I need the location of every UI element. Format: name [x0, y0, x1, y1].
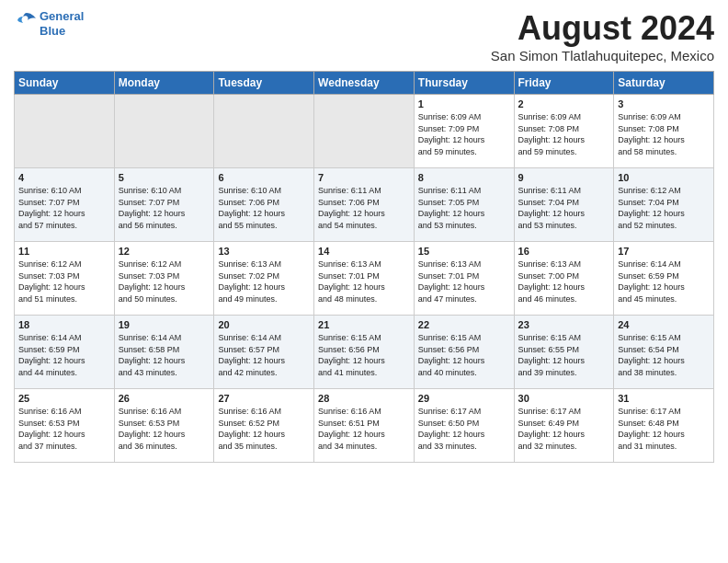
calendar-cell: 19Sunrise: 6:14 AM Sunset: 6:58 PM Dayli…	[114, 316, 214, 389]
calendar-table: SundayMondayTuesdayWednesdayThursdayFrid…	[14, 71, 714, 463]
calendar-cell: 31Sunrise: 6:17 AM Sunset: 6:48 PM Dayli…	[614, 389, 714, 463]
day-number: 11	[18, 246, 110, 257]
calendar-cell: 10Sunrise: 6:12 AM Sunset: 7:04 PM Dayli…	[614, 168, 714, 242]
day-number: 29	[418, 393, 510, 404]
header-day-wednesday: Wednesday	[314, 72, 415, 95]
day-number: 23	[518, 319, 610, 330]
calendar-cell: 21Sunrise: 6:15 AM Sunset: 6:56 PM Dayli…	[314, 316, 415, 389]
calendar-cell: 2Sunrise: 6:09 AM Sunset: 7:08 PM Daylig…	[514, 95, 614, 168]
day-info: Sunrise: 6:09 AM Sunset: 7:08 PM Dayligh…	[618, 111, 710, 157]
header-day-monday: Monday	[114, 72, 214, 95]
day-info: Sunrise: 6:11 AM Sunset: 7:06 PM Dayligh…	[318, 185, 410, 231]
day-info: Sunrise: 6:13 AM Sunset: 7:02 PM Dayligh…	[218, 259, 310, 304]
day-info: Sunrise: 6:17 AM Sunset: 6:50 PM Dayligh…	[418, 406, 510, 452]
day-number: 31	[618, 393, 710, 404]
day-number: 7	[318, 172, 410, 183]
calendar-cell	[15, 95, 115, 168]
calendar-cell: 14Sunrise: 6:13 AM Sunset: 7:01 PM Dayli…	[314, 242, 415, 316]
calendar-cell: 27Sunrise: 6:16 AM Sunset: 6:52 PM Dayli…	[214, 389, 314, 463]
day-number: 26	[119, 393, 210, 404]
day-number: 16	[518, 246, 610, 257]
header-row: SundayMondayTuesdayWednesdayThursdayFrid…	[15, 72, 714, 95]
header-day-tuesday: Tuesday	[214, 72, 314, 95]
day-info: Sunrise: 6:10 AM Sunset: 7:06 PM Dayligh…	[218, 185, 310, 231]
day-number: 20	[218, 319, 310, 330]
calendar-cell: 3Sunrise: 6:09 AM Sunset: 7:08 PM Daylig…	[614, 95, 714, 168]
calendar-cell: 9Sunrise: 6:11 AM Sunset: 7:04 PM Daylig…	[514, 168, 614, 242]
logo-bird-icon	[14, 9, 40, 35]
calendar-header: SundayMondayTuesdayWednesdayThursdayFrid…	[15, 72, 714, 95]
day-info: Sunrise: 6:16 AM Sunset: 6:53 PM Dayligh…	[18, 406, 110, 452]
calendar-cell: 25Sunrise: 6:16 AM Sunset: 6:53 PM Dayli…	[15, 389, 115, 463]
day-info: Sunrise: 6:13 AM Sunset: 7:01 PM Dayligh…	[418, 259, 510, 304]
day-info: Sunrise: 6:15 AM Sunset: 6:54 PM Dayligh…	[618, 332, 710, 378]
week-row: 4Sunrise: 6:10 AM Sunset: 7:07 PM Daylig…	[15, 168, 714, 242]
day-number: 6	[218, 172, 310, 183]
day-info: Sunrise: 6:12 AM Sunset: 7:03 PM Dayligh…	[18, 259, 110, 304]
calendar-cell: 4Sunrise: 6:10 AM Sunset: 7:07 PM Daylig…	[15, 168, 115, 242]
day-number: 22	[418, 319, 510, 330]
calendar-cell: 16Sunrise: 6:13 AM Sunset: 7:00 PM Dayli…	[514, 242, 614, 316]
calendar-cell: 28Sunrise: 6:16 AM Sunset: 6:51 PM Dayli…	[314, 389, 415, 463]
day-info: Sunrise: 6:12 AM Sunset: 7:04 PM Dayligh…	[618, 185, 710, 231]
calendar-cell: 26Sunrise: 6:16 AM Sunset: 6:53 PM Dayli…	[114, 389, 214, 463]
day-number: 13	[218, 246, 310, 257]
calendar-cell: 18Sunrise: 6:14 AM Sunset: 6:59 PM Dayli…	[15, 316, 115, 389]
calendar-cell: 29Sunrise: 6:17 AM Sunset: 6:50 PM Dayli…	[414, 389, 514, 463]
calendar-cell: 23Sunrise: 6:15 AM Sunset: 6:55 PM Dayli…	[514, 316, 614, 389]
week-row: 11Sunrise: 6:12 AM Sunset: 7:03 PM Dayli…	[15, 242, 714, 316]
header-day-saturday: Saturday	[614, 72, 714, 95]
day-info: Sunrise: 6:14 AM Sunset: 6:57 PM Dayligh…	[218, 332, 310, 378]
day-info: Sunrise: 6:14 AM Sunset: 6:58 PM Dayligh…	[119, 332, 210, 378]
day-info: Sunrise: 6:11 AM Sunset: 7:05 PM Dayligh…	[418, 185, 510, 231]
day-number: 30	[518, 393, 610, 404]
month-year-title: August 2024	[491, 9, 714, 48]
day-info: Sunrise: 6:09 AM Sunset: 7:08 PM Dayligh…	[518, 111, 610, 157]
day-info: Sunrise: 6:11 AM Sunset: 7:04 PM Dayligh…	[518, 185, 610, 231]
day-number: 10	[618, 172, 710, 183]
week-row: 25Sunrise: 6:16 AM Sunset: 6:53 PM Dayli…	[15, 389, 714, 463]
header-day-friday: Friday	[514, 72, 614, 95]
day-number: 28	[318, 393, 410, 404]
logo-text: General Blue	[40, 9, 84, 38]
day-info: Sunrise: 6:15 AM Sunset: 6:55 PM Dayligh…	[518, 332, 610, 378]
calendar-cell: 7Sunrise: 6:11 AM Sunset: 7:06 PM Daylig…	[314, 168, 415, 242]
calendar-cell: 15Sunrise: 6:13 AM Sunset: 7:01 PM Dayli…	[414, 242, 514, 316]
day-number: 8	[418, 172, 510, 183]
calendar-cell: 11Sunrise: 6:12 AM Sunset: 7:03 PM Dayli…	[15, 242, 115, 316]
day-number: 3	[618, 98, 710, 109]
day-info: Sunrise: 6:13 AM Sunset: 7:00 PM Dayligh…	[518, 259, 610, 304]
day-number: 1	[418, 98, 510, 109]
calendar-cell: 30Sunrise: 6:17 AM Sunset: 6:49 PM Dayli…	[514, 389, 614, 463]
location-subtitle: San Simon Tlatlahuquitepec, Mexico	[491, 48, 714, 63]
day-info: Sunrise: 6:17 AM Sunset: 6:49 PM Dayligh…	[518, 406, 610, 452]
day-info: Sunrise: 6:14 AM Sunset: 6:59 PM Dayligh…	[18, 332, 110, 378]
calendar-cell: 13Sunrise: 6:13 AM Sunset: 7:02 PM Dayli…	[214, 242, 314, 316]
week-row: 18Sunrise: 6:14 AM Sunset: 6:59 PM Dayli…	[15, 316, 714, 389]
day-number: 15	[418, 246, 510, 257]
day-info: Sunrise: 6:14 AM Sunset: 6:59 PM Dayligh…	[618, 259, 710, 304]
calendar-cell	[314, 95, 415, 168]
day-number: 2	[518, 98, 610, 109]
day-number: 14	[318, 246, 410, 257]
header-day-sunday: Sunday	[15, 72, 115, 95]
logo: General Blue	[14, 9, 84, 39]
day-number: 9	[518, 172, 610, 183]
calendar-cell: 1Sunrise: 6:09 AM Sunset: 7:09 PM Daylig…	[414, 95, 514, 168]
day-info: Sunrise: 6:17 AM Sunset: 6:48 PM Dayligh…	[618, 406, 710, 452]
calendar-cell	[114, 95, 214, 168]
day-number: 24	[618, 319, 710, 330]
day-info: Sunrise: 6:10 AM Sunset: 7:07 PM Dayligh…	[18, 185, 110, 231]
day-number: 5	[119, 172, 210, 183]
day-number: 19	[119, 319, 210, 330]
day-number: 18	[18, 319, 110, 330]
calendar-cell: 5Sunrise: 6:10 AM Sunset: 7:07 PM Daylig…	[114, 168, 214, 242]
day-number: 4	[18, 172, 110, 183]
day-info: Sunrise: 6:13 AM Sunset: 7:01 PM Dayligh…	[318, 259, 410, 304]
calendar-body: 1Sunrise: 6:09 AM Sunset: 7:09 PM Daylig…	[15, 95, 714, 463]
calendar-cell: 8Sunrise: 6:11 AM Sunset: 7:05 PM Daylig…	[414, 168, 514, 242]
week-row: 1Sunrise: 6:09 AM Sunset: 7:09 PM Daylig…	[15, 95, 714, 168]
title-area: August 2024 San Simon Tlatlahuquitepec, …	[491, 9, 714, 63]
calendar-cell: 20Sunrise: 6:14 AM Sunset: 6:57 PM Dayli…	[214, 316, 314, 389]
day-info: Sunrise: 6:15 AM Sunset: 6:56 PM Dayligh…	[418, 332, 510, 378]
